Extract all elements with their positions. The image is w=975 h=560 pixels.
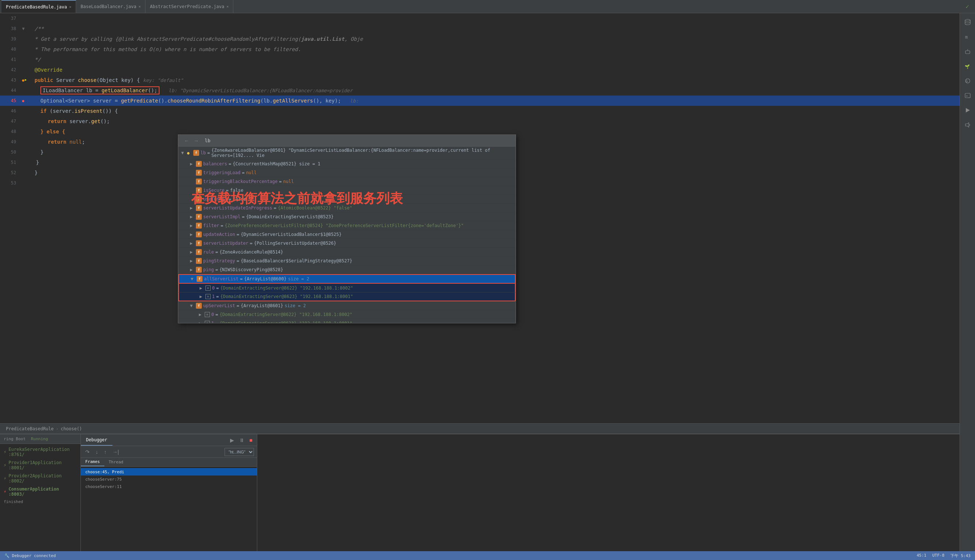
var-row-ping[interactable]: ▶ f ping = {NIWSDiscoveryPing@8528}: [178, 265, 516, 274]
var-row-slupd[interactable]: ▶ f serverListUpdater = {PollingServerLi…: [178, 239, 516, 248]
ant-icon-btn[interactable]: [962, 45, 973, 57]
tab-predicate-close[interactable]: ✕: [69, 5, 71, 9]
var-row-pingstrat[interactable]: ▶ f pingStrategy = {BaseLoadBalancer$Ser…: [178, 257, 516, 265]
app-consumer[interactable]: ⚡ ConsumerApplication :8003/: [0, 485, 80, 498]
gradle-icon-btn[interactable]: G: [962, 75, 973, 87]
provider1-label: Provider1Application :8001/: [8, 460, 77, 470]
frame-2[interactable]: chooseServer:11: [81, 483, 257, 490]
var-row-lb[interactable]: ▼ ● f lb = {ZoneAwareLoadBalancer@8501} …: [178, 147, 516, 160]
encoding: UTF-8: [932, 553, 945, 558]
svg-text:m: m: [965, 35, 968, 40]
app-eureka[interactable]: ⚡ EurekaServerApplication :8761/: [0, 445, 80, 458]
app-list-header: ring Boot Running: [0, 434, 80, 444]
consumer-debug-icon: ⚡: [4, 489, 6, 494]
expand-lb: ▼: [181, 150, 187, 155]
line-41: 41 */: [0, 54, 960, 65]
tab-debugger[interactable]: Debugger: [81, 434, 112, 446]
frame-1[interactable]: chooseServer:75: [81, 475, 257, 483]
tab-baseload-close[interactable]: ✕: [138, 4, 141, 8]
frame-0[interactable]: choose:45, Predi: [81, 468, 257, 475]
code-comment-41: */: [35, 57, 41, 62]
var-row-allservers[interactable]: ▼ f allServerList = {ArrayList@8600} siz…: [178, 274, 516, 284]
tab-bar: PredicateBasedRule.java ✕ BaseLoadBalanc…: [0, 0, 975, 13]
consumer-label: ConsumerApplication :8003/: [8, 487, 77, 497]
eureka-label: EurekaServerApplication :8761/: [8, 447, 77, 457]
run-icon-btn[interactable]: [962, 104, 973, 116]
app-provider2[interactable]: ⚡ Provider2Application :8002/: [0, 472, 80, 485]
line-37: 37: [0, 13, 960, 23]
tab-thread[interactable]: Thread: [104, 458, 128, 466]
variable-panel: ← → lb ▼ ● f lb = {ZoneAwar: [178, 135, 516, 323]
svg-marker-10: [965, 123, 969, 127]
thread-dropdown[interactable]: "ht...ING": [225, 448, 254, 456]
provider1-status-icon: ⚡: [4, 463, 6, 468]
tab-abstract-close[interactable]: ✕: [227, 4, 228, 8]
eureka-status-icon: ⚡: [4, 449, 6, 455]
tab-frames[interactable]: Frames: [81, 458, 104, 466]
frames-list: choose:45, Predi chooseServer:75 chooseS…: [81, 467, 257, 551]
stop-btn[interactable]: ■: [248, 437, 254, 444]
volume-icon-btn[interactable]: [962, 119, 973, 131]
var-row-rule[interactable]: ▶ f rule = {ZoneAvoidanceRule@8514}: [178, 248, 516, 257]
maven-icon-btn[interactable]: m: [962, 31, 973, 43]
triggering-icon: f: [196, 170, 202, 176]
code-comment-38: /**: [35, 26, 44, 32]
time: 下午 5:43: [950, 553, 971, 558]
line-46: 46 if (server.isPresent()) {: [0, 106, 960, 116]
status-text: 🔧 Debugger connected: [4, 553, 56, 558]
panel-nav: ← →: [183, 137, 200, 144]
tab-baseload[interactable]: BaseLoadBalancer.java ✕: [76, 0, 145, 13]
lb-type-icon: f: [193, 150, 199, 156]
run-to-cursor-btn[interactable]: →|: [111, 448, 120, 456]
svg-point-0: [965, 20, 970, 21]
upservers-icon: f: [196, 303, 202, 309]
line-45: 45 ● Optional<Server> server = getPredic…: [0, 95, 960, 106]
line-col: 45:1: [917, 553, 927, 558]
code-editor: 37 38 ▼ /**: [0, 13, 960, 423]
right-sidebar: m 🌱 G: [960, 13, 975, 551]
var-row-allserver-1[interactable]: ▶ ≡ 1 = {DomainExtractingServer@8623} "1…: [178, 292, 516, 301]
tab-abstract-label: AbstractServerPredicate.java: [150, 4, 224, 9]
var-row-allserver-0[interactable]: ▶ ≡ 0 = {DomainExtractingServer@8622} "1…: [178, 284, 516, 292]
line-43: 43 ● ➤ public Server choose(Object key) …: [0, 75, 960, 85]
line-42: 42 @Override: [0, 65, 960, 75]
svg-text:🌱: 🌱: [965, 64, 970, 69]
arrow-43: ➤: [24, 78, 27, 83]
up-list-icon-1: ≡: [205, 321, 210, 323]
var-row-updateaction[interactable]: ▶ f updateAction = {DynamicServerListLoa…: [178, 230, 516, 239]
terminal-icon-btn[interactable]: >_: [962, 90, 973, 102]
code-annotation-42: @Override: [35, 67, 62, 73]
var-row-upserver-0[interactable]: ▶ ≡ 0 = {DomainExtractingServer@8622} "1…: [178, 310, 516, 319]
back-button[interactable]: ←: [183, 137, 191, 144]
allservers-icon: f: [197, 276, 202, 282]
forward-button[interactable]: →: [192, 137, 200, 144]
var-row-balancers[interactable]: ▶ f balancers = {ConcurrentHashMap@8521}…: [178, 160, 516, 168]
line-44: 44 ILoadBalancer lb = getLoadBalancer();…: [0, 85, 960, 95]
tab-baseload-label: BaseLoadBalancer.java: [80, 4, 136, 9]
var-row-upserver-1[interactable]: ▶ ≡ 1 = {DomainExtractingServer@8623} "1…: [178, 319, 516, 323]
status-bar: 🔧 Debugger connected 45:1 UTF-8 下午 5:43: [0, 551, 975, 560]
var-row-triggeringload[interactable]: f triggeringLoad = null: [178, 168, 516, 177]
breadcrumb-method: choose(): [61, 426, 82, 432]
tab-abstract[interactable]: AbstractServerPredicate.java ✕: [145, 0, 233, 13]
step-out-btn[interactable]: ↑: [103, 448, 108, 456]
svg-marker-9: [966, 108, 970, 112]
bottom-panel: ring Boot Running ⚡ EurekaServerApplicat…: [0, 433, 960, 551]
pause-btn[interactable]: ⏸: [238, 437, 246, 444]
var-row-filter[interactable]: ▶ f filter = {ZonePreferenceServerListFi…: [178, 221, 516, 230]
var-row-blackout[interactable]: f triggeringBlackoutPercentage = null: [178, 177, 516, 186]
code-comment-40: * The performance for this method is O(n…: [35, 46, 301, 52]
line-38: 38 ▼ /**: [0, 23, 960, 34]
var-row-upservers[interactable]: ▼ f upServerList = {ArrayList@8601} size…: [178, 301, 516, 310]
step-into-btn[interactable]: ↓: [94, 448, 100, 456]
resume-btn[interactable]: ▶: [228, 437, 235, 444]
slimpl-icon: f: [196, 214, 202, 220]
var-row-slimpl[interactable]: ▶ f serverListImpl = {DomainExtractingSe…: [178, 212, 516, 221]
app-provider1[interactable]: ⚡ Provider1Application :8001/: [0, 458, 80, 472]
step-over-btn[interactable]: ↷: [84, 448, 91, 456]
filter-icon: f: [196, 223, 202, 228]
provider2-label: Provider2Application :8002/: [8, 473, 77, 483]
database-icon-btn[interactable]: [962, 16, 973, 28]
tab-predicate[interactable]: PredicateBasedRule.java ✕: [2, 0, 76, 13]
bean-icon-btn[interactable]: 🌱: [962, 60, 973, 72]
